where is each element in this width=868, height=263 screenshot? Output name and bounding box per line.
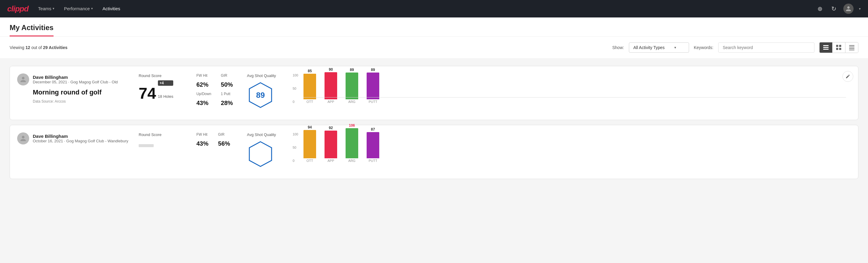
- viewing-prefix: Viewing: [10, 45, 24, 50]
- nav-teams[interactable]: Teams ▾: [38, 1, 55, 17]
- avatar[interactable]: [843, 4, 854, 14]
- list-wide-view-button[interactable]: [845, 42, 858, 53]
- chevron-down-icon: ▾: [91, 7, 93, 10]
- bar2-putt-label: PUTT: [369, 159, 377, 163]
- page-header: My Activities: [0, 18, 868, 37]
- hex-badge-1: 89: [247, 82, 274, 109]
- shot-quality-val-1: 89: [256, 91, 265, 100]
- fw-hit-val-2: 43%: [196, 140, 209, 147]
- svg-rect-2: [823, 49, 829, 50]
- sub-stats-2: FW Hit 43% GIR 56%: [192, 133, 240, 147]
- fw-hit-stat-2: FW Hit 43%: [196, 133, 209, 147]
- user-date-2: October 16, 2021 · Gog Magog Golf Club -…: [33, 139, 128, 143]
- bar2-app-value: 92: [329, 126, 333, 130]
- list-dense-view-button[interactable]: [819, 42, 833, 53]
- gir-val-2: 56%: [218, 140, 230, 147]
- avg-shot-quality-section-2: Avg Shot Quality: [240, 133, 288, 168]
- bar2-ott-value: 94: [308, 125, 312, 129]
- score-holes-1: 18 Holes: [158, 94, 173, 99]
- app-logo: clippd: [7, 4, 29, 13]
- user-info-2: Dave Billingham October 16, 2021 · Gog M…: [17, 133, 131, 144]
- fw-hit-stat: FW Hit 62% Up/Down 43%: [196, 74, 211, 107]
- fw-hit-val: 62%: [196, 81, 211, 88]
- nav-activities[interactable]: Activities: [102, 1, 120, 17]
- user-details-1: Dave Billingham December 05, 2021 · Gog …: [33, 75, 118, 84]
- avatar-chevron-icon: ▾: [859, 7, 861, 11]
- user-date-1: December 05, 2021 · Gog Magog Golf Club …: [33, 80, 118, 84]
- viewing-text: Viewing 12 out of 29 Activities: [10, 45, 67, 50]
- bar-arg-label: ARG: [348, 100, 355, 104]
- filters-bar: Viewing 12 out of 29 Activities Show: Al…: [0, 37, 868, 59]
- bar2-arg-rect: [346, 128, 358, 158]
- sub-stats-1: FW Hit 62% Up/Down 43% GIR 50% 1 Putt 28…: [192, 74, 240, 107]
- round-score-section-2: Round Score: [131, 133, 192, 147]
- bar2-arg-value: 106: [349, 123, 355, 127]
- avg-shot-quality-section-1: Avg Shot Quality 89: [240, 74, 288, 109]
- activity-title-1: Morning round of golf: [17, 88, 131, 96]
- svg-rect-10: [849, 50, 855, 50]
- bar-app-label: APP: [328, 100, 334, 104]
- total-count: 29: [43, 45, 48, 50]
- bar-arg-value: 89: [350, 68, 354, 72]
- add-icon[interactable]: ⊕: [816, 4, 824, 13]
- activity-type-select[interactable]: All Activity Types ▾: [629, 42, 689, 53]
- svg-rect-4: [839, 45, 841, 47]
- gir-val: 50%: [221, 81, 233, 88]
- filters-right: Show: All Activity Types ▾ Keywords:: [612, 42, 858, 53]
- bar-ott-value: 85: [308, 69, 312, 73]
- bar-arg-rect: [346, 72, 358, 99]
- bar-putt: 89 PUTT: [367, 68, 379, 104]
- avatar-1: [17, 74, 29, 85]
- gir-label-2: GIR: [218, 133, 230, 137]
- user-details-2: Dave Billingham October 16, 2021 · Gog M…: [33, 134, 128, 143]
- page-title: My Activities: [10, 18, 54, 36]
- chart-bars: 85 OTT 90 APP 89: [304, 74, 846, 104]
- navbar-right: ⊕ ↻ ▾: [816, 4, 861, 14]
- bar-app-rect: [324, 72, 337, 99]
- keywords-label: Keywords:: [694, 45, 713, 50]
- card-left-1: Dave Billingham December 05, 2021 · Gog …: [17, 74, 131, 104]
- round-score-label-1: Round Score: [138, 74, 184, 78]
- round-score-val-1: 74 +4 18 Holes: [138, 80, 184, 101]
- user-name-1: Dave Billingham: [33, 75, 118, 80]
- score-diff-1: +4: [158, 80, 173, 86]
- bar-putt-rect: [367, 72, 379, 99]
- chart-y-axis-2: 100 50 0: [292, 133, 298, 163]
- view-toggles: [819, 42, 858, 53]
- chart-section-2: 100 50 0 94 OTT 92 APP: [288, 133, 851, 172]
- round-score-val-2: [138, 139, 184, 147]
- svg-rect-0: [823, 45, 829, 46]
- avatar-2: [17, 133, 29, 144]
- edit-button-1[interactable]: [842, 71, 853, 82]
- bar2-app: 92 APP: [324, 126, 337, 163]
- svg-rect-5: [836, 48, 838, 50]
- y2-label-100: 100: [292, 133, 298, 136]
- fw-hit-label: FW Hit: [196, 74, 211, 78]
- bar-ott-label: OTT: [307, 100, 313, 104]
- quality-title-1: Avg Shot Quality: [247, 74, 281, 78]
- refresh-icon[interactable]: ↻: [830, 4, 838, 13]
- y2-label-50: 50: [292, 146, 298, 149]
- gir-label: GIR: [221, 74, 233, 78]
- grid-view-button[interactable]: [833, 42, 845, 53]
- viewing-count: 12: [26, 45, 30, 50]
- chevron-down-icon: ▾: [53, 7, 55, 10]
- card-left-2: Dave Billingham October 16, 2021 · Gog M…: [17, 133, 131, 147]
- bar-ott: 85 OTT: [304, 69, 316, 104]
- up-down-val: 43%: [196, 99, 211, 107]
- show-label: Show:: [612, 45, 624, 50]
- score-placeholder: [138, 144, 154, 147]
- bar2-putt: 87 PUTT: [367, 127, 379, 163]
- activity-card-2: Dave Billingham October 16, 2021 · Gog M…: [10, 125, 858, 179]
- bar2-ott: 94 OTT: [304, 125, 316, 163]
- svg-rect-9: [849, 48, 855, 49]
- y-label-100: 100: [292, 74, 298, 77]
- bar-ott-rect: [304, 74, 316, 99]
- nav-performance[interactable]: Performance ▾: [64, 1, 93, 17]
- chart-baseline: [304, 97, 846, 97]
- svg-rect-8: [849, 47, 855, 47]
- search-input[interactable]: [718, 42, 814, 53]
- y2-label-0: 0: [292, 159, 298, 163]
- sub-stats-row-2: FW Hit 43% GIR 56%: [196, 133, 235, 147]
- activity-card-1: Dave Billingham December 05, 2021 · Gog …: [10, 66, 858, 120]
